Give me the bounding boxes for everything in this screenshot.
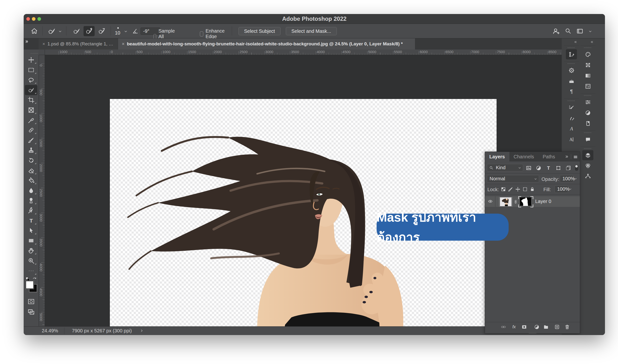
rectangular-marquee-tool[interactable] xyxy=(25,65,38,75)
panel-tab-paths[interactable]: Paths xyxy=(538,152,559,161)
opacity-field[interactable]: 100% xyxy=(560,175,573,182)
filter-image-icon[interactable] xyxy=(526,165,532,171)
chevrons-right-icon[interactable] xyxy=(25,39,29,43)
paint-bucket-tool[interactable] xyxy=(25,175,38,185)
layers-panel-button[interactable] xyxy=(582,150,593,160)
new-selection-button[interactable] xyxy=(71,26,82,36)
layer-mask-link-icon[interactable] xyxy=(514,199,518,205)
pasteboard[interactable] xyxy=(39,55,562,326)
dock-collapse[interactable] xyxy=(580,39,595,45)
character-panel-button[interactable]: A xyxy=(566,124,577,134)
group-icon[interactable] xyxy=(543,324,549,330)
pen-tool[interactable] xyxy=(25,205,38,216)
history-brush-tool[interactable] xyxy=(25,155,38,165)
rectangle-tool[interactable] xyxy=(25,235,38,246)
eyedropper-tool[interactable] xyxy=(25,115,38,125)
brush-tool[interactable] xyxy=(25,135,38,145)
paragraph-panel-button[interactable]: ¶ xyxy=(566,86,577,97)
layer-name[interactable]: Layer 0 xyxy=(535,199,551,204)
filter-type-icon[interactable]: T xyxy=(545,165,552,171)
filter-adjustments-icon[interactable] xyxy=(535,165,542,171)
checkbox-enhance-edge[interactable]: Enhance Edge xyxy=(200,28,226,39)
lock-artboard-icon[interactable] xyxy=(522,186,528,192)
gradients-panel-button[interactable] xyxy=(582,70,593,81)
select-subjectbutton[interactable]: Select Subject xyxy=(239,27,281,35)
brush-settings-panel-button[interactable] xyxy=(566,102,577,113)
dock-drag-handle[interactable] xyxy=(567,46,576,49)
close-tab-icon[interactable]: × xyxy=(122,41,125,47)
layer-thumbnail[interactable] xyxy=(499,197,513,206)
add-mask-icon[interactable] xyxy=(521,324,527,330)
dock-drag-handle[interactable] xyxy=(584,94,592,97)
filter-kind-dropdown[interactable]: Kind xyxy=(487,164,523,171)
chevron-down-icon[interactable] xyxy=(124,29,128,34)
search-icon[interactable] xyxy=(564,27,572,35)
panel-menu-icon[interactable] xyxy=(573,154,578,159)
chevrons-right-icon[interactable] xyxy=(565,155,569,159)
properties-panel-button[interactable] xyxy=(582,97,593,107)
adjustments-panel-button[interactable] xyxy=(582,108,593,118)
histogram-panel-button[interactable] xyxy=(566,76,577,86)
dock-drag-handle[interactable] xyxy=(567,99,576,102)
type-tool[interactable]: T xyxy=(25,216,38,226)
blend-mode-dropdown[interactable]: Normal xyxy=(487,175,539,182)
quick-selection-tool-icon[interactable] xyxy=(47,27,56,36)
blur-tool[interactable] xyxy=(25,185,38,195)
lock-padlock-icon[interactable] xyxy=(529,186,535,192)
layer-visibility-eye-icon[interactable] xyxy=(487,199,493,204)
comments-panel-button[interactable] xyxy=(582,134,593,144)
chevron-right-icon[interactable] xyxy=(140,328,144,333)
panel-tab-layers[interactable]: Layers xyxy=(485,152,509,161)
workspace-icon[interactable] xyxy=(576,27,584,35)
lasso-tool[interactable] xyxy=(25,75,38,85)
clone-stamp-tool[interactable] xyxy=(25,145,38,155)
home-icon[interactable] xyxy=(30,27,38,35)
link-icon[interactable] xyxy=(501,324,506,330)
document-tab[interactable]: ×1.psd @ 85.8% (Rectangle 1, RGB/8*) * xyxy=(39,38,117,50)
delete-icon[interactable] xyxy=(564,324,570,330)
spot-healing-tool[interactable] xyxy=(25,125,38,135)
panel-tab-channels[interactable]: Channels xyxy=(509,152,539,161)
add-to-selection-button[interactable] xyxy=(84,26,95,36)
color-panel-button[interactable] xyxy=(582,49,593,59)
swatches-panel-button[interactable] xyxy=(582,60,593,70)
quick-selection-tool[interactable] xyxy=(25,85,38,95)
libraries-panel-button[interactable] xyxy=(582,118,593,129)
brushes-panel-button[interactable] xyxy=(566,113,577,123)
chevron-down-icon[interactable] xyxy=(58,29,62,34)
new-layer-icon[interactable] xyxy=(554,324,560,330)
paths-panel-button[interactable] xyxy=(582,171,593,182)
filter-toggle[interactable] xyxy=(575,164,579,171)
chevron-down-icon[interactable] xyxy=(568,187,572,191)
chevrons-left-icon[interactable] xyxy=(590,40,594,44)
dock-drag-handle[interactable] xyxy=(584,46,592,49)
foreground-background-swatches[interactable] xyxy=(26,281,37,292)
close-tab-icon[interactable]: × xyxy=(42,41,45,47)
frame-tool[interactable] xyxy=(25,105,38,115)
eraser-tool[interactable] xyxy=(25,165,38,175)
lock-move-icon[interactable] xyxy=(515,186,521,192)
chevron-down-icon[interactable] xyxy=(574,177,578,181)
chevron-down-icon[interactable] xyxy=(588,29,592,34)
history-panel-button[interactable] xyxy=(566,49,577,59)
navigator-panel-button[interactable] xyxy=(566,65,577,75)
filter-shape-icon[interactable] xyxy=(555,165,562,171)
lock-checker-icon[interactable] xyxy=(501,186,506,192)
adjustments-icon[interactable] xyxy=(534,324,540,330)
horizontal-ruler[interactable]: 1000500050010001500200025003000350040004… xyxy=(39,50,562,55)
lock-brush-icon[interactable] xyxy=(508,186,514,192)
patterns-panel-button[interactable] xyxy=(582,81,593,91)
paragraph-styles-panel-button[interactable]: A xyxy=(566,134,577,144)
hand-tool[interactable] xyxy=(25,246,38,256)
dock-drag-handle[interactable] xyxy=(584,147,592,150)
zoom-tool[interactable] xyxy=(25,256,38,266)
ellipsis-tool[interactable] xyxy=(25,266,38,276)
vertical-ruler[interactable]: 0500100015002000250030003500400045005000 xyxy=(39,55,45,326)
checkbox-box[interactable] xyxy=(200,31,203,37)
fill-field[interactable]: 100% xyxy=(554,185,568,193)
path-selection-tool[interactable] xyxy=(25,225,38,235)
dock-drag-handle[interactable] xyxy=(584,131,592,134)
document-tab[interactable]: ×beautiful-model-with-long-smooth-flying… xyxy=(118,38,415,50)
filter-smart-object-icon[interactable] xyxy=(565,165,571,171)
subtract-from-selection-button[interactable] xyxy=(96,26,107,36)
